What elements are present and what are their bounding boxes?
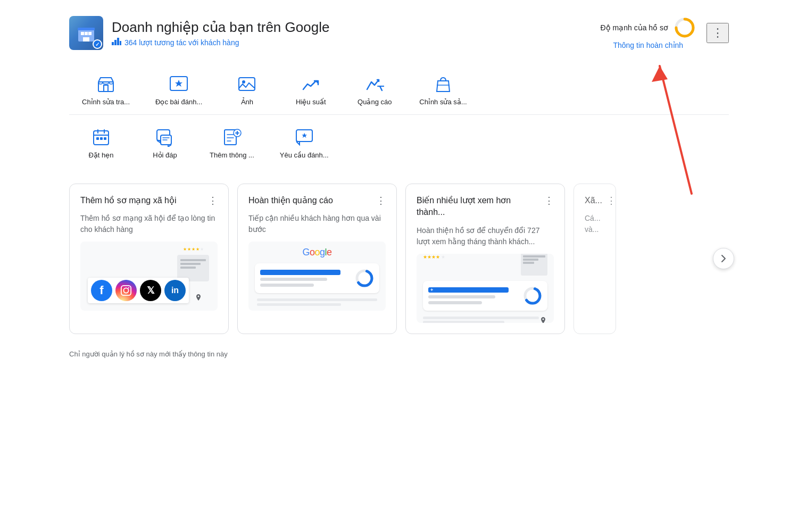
card-desc-ads: Tiếp cận nhiều khách hàng hơn qua vài bư…: [248, 213, 386, 235]
svg-rect-16: [239, 78, 255, 90]
card-illustration-views: ★★★★★ +: [417, 254, 554, 323]
action-appointment[interactable]: Đặt hẹn: [69, 119, 133, 168]
action-read-reviews[interactable]: Đọc bài đánh...: [143, 66, 215, 114]
card-menu-partial[interactable]: ⋮: [606, 195, 616, 206]
linkedin-icon: in: [164, 280, 186, 301]
complete-profile-link[interactable]: Thông tin hoàn chỉnh: [613, 41, 683, 49]
card-title-partial: Xã...: [585, 195, 606, 206]
card-desc-social: Thêm hồ sơ mạng xã hội để tạo lòng tin c…: [80, 213, 218, 235]
calendar-icon: [92, 128, 111, 147]
card-title-ads: Hoàn thiện quảng cáo: [248, 195, 376, 206]
action-photos[interactable]: Ảnh: [215, 66, 279, 114]
svg-rect-8: [117, 38, 119, 45]
svg-point-17: [242, 80, 245, 84]
loading-spinner: [355, 269, 374, 288]
cards-section: Thêm hồ sơ mạng xã hội ⋮ Thêm hồ sơ mạng…: [69, 184, 729, 334]
card-title-views: Biến nhiều lượt xem hơn thành...: [417, 195, 544, 219]
svg-point-42: [123, 288, 128, 293]
chevron-right-icon: [718, 253, 729, 264]
action-label-photos: Ảnh: [241, 98, 253, 106]
interaction-text: 364 lượt tương tác với khách hàng: [124, 38, 239, 47]
svg-rect-5: [78, 28, 95, 30]
action-label-qa: Hỏi đáp: [153, 151, 177, 159]
cards-container: Thêm hồ sơ mạng xã hội ⋮ Thêm hồ sơ mạng…: [69, 184, 729, 334]
svg-rect-7: [114, 40, 117, 45]
chat-icon: [155, 128, 174, 147]
business-header: ✓ Doanh nghiệp của bạn trên Google 364 l…: [69, 16, 729, 50]
svg-rect-4: [83, 37, 89, 41]
business-title: Doanh nghiệp của bạn trên Google: [112, 19, 329, 36]
actions-row-1: Chỉnh sửa tra... Đọc bài đánh...: [69, 66, 729, 114]
svg-rect-1: [81, 32, 84, 35]
action-label-appointment: Đặt hẹn: [88, 151, 113, 159]
header-title-group: Doanh nghiệp của bạn trên Google 364 lượ…: [112, 19, 329, 47]
card-menu-ads[interactable]: ⋮: [376, 195, 386, 206]
action-label-products: Chỉnh sửa sả...: [419, 98, 467, 106]
actions-row-2: Đặt hẹn Hỏi đáp: [69, 119, 729, 168]
action-label-edit: Chỉnh sửa tra...: [82, 98, 130, 106]
svg-rect-2: [85, 32, 88, 35]
footer-note: Chỉ người quản lý hồ sơ này mới thấy thô…: [69, 350, 729, 358]
star-icon: [169, 74, 188, 94]
header-left: ✓ Doanh nghiệp của bạn trên Google 364 l…: [69, 16, 329, 50]
svg-rect-12: [98, 82, 113, 92]
add-note-icon: [222, 128, 242, 147]
actions-row-divider: [69, 114, 729, 115]
card-partial: Xã... ⋮ Cá... và...: [573, 184, 616, 334]
business-avatar: ✓: [69, 16, 103, 50]
trending-up-icon: [301, 74, 320, 94]
action-ads[interactable]: Quảng cáo: [343, 66, 406, 114]
card-desc-views: Hoàn thiện hồ sơ để chuyển đổi 727 lượt …: [417, 225, 554, 247]
shopping-bag-icon: [434, 74, 453, 94]
image-icon: [237, 74, 256, 94]
card-social: Thêm hồ sơ mạng xã hội ⋮ Thêm hồ sơ mạng…: [69, 184, 229, 334]
card-header-ads: Hoàn thiện quảng cáo ⋮: [248, 195, 386, 206]
actions-grid: Chỉnh sửa tra... Đọc bài đánh...: [69, 66, 729, 168]
svg-rect-3: [88, 32, 92, 35]
ads-icon: [365, 74, 384, 94]
action-edit-profile[interactable]: Chỉnh sửa tra...: [69, 66, 143, 114]
action-area: Chỉnh sửa tra... Đọc bài đánh...: [69, 66, 729, 168]
card-menu-social[interactable]: ⋮: [208, 195, 218, 206]
x-icon: 𝕏: [140, 280, 161, 301]
action-edit-products[interactable]: Chỉnh sửa sả...: [406, 66, 479, 114]
action-qa[interactable]: Hỏi đáp: [133, 119, 197, 168]
strength-donut-chart: [674, 16, 696, 39]
action-performance[interactable]: Hiệu suất: [279, 66, 343, 114]
bar-chart-icon: [112, 38, 121, 47]
svg-rect-13: [104, 85, 108, 92]
header-right: Độ mạnh của hồ sơ Thông tin hoàn chỉnh ⋮: [601, 16, 729, 49]
verified-badge: ✓: [93, 39, 102, 49]
loading-spinner-2: [523, 286, 542, 305]
action-request-review[interactable]: Yêu cầu đánh...: [267, 119, 342, 168]
store-icon: [96, 74, 115, 94]
card-ads: Hoàn thiện quảng cáo ⋮ Tiếp cận nhiều kh…: [237, 184, 397, 334]
scroll-right-button[interactable]: [713, 248, 734, 269]
facebook-icon: f: [91, 280, 112, 301]
svg-point-43: [128, 287, 129, 288]
svg-rect-25: [104, 137, 106, 140]
svg-rect-24: [100, 137, 103, 140]
action-label-performance: Hiệu suất: [296, 98, 326, 106]
card-header-views: Biến nhiều lượt xem hơn thành... ⋮: [417, 195, 554, 219]
svg-rect-6: [112, 42, 114, 45]
card-header-social: Thêm hồ sơ mạng xã hội ⋮: [80, 195, 218, 206]
strength-label: Độ mạnh của hồ sơ: [601, 23, 668, 32]
svg-marker-15: [175, 80, 182, 87]
card-desc-partial: Cá... và...: [585, 213, 605, 235]
svg-rect-23: [96, 137, 99, 140]
card-illustration-social: ★ ★ ★ ★ ★: [80, 242, 218, 311]
svg-marker-38: [302, 133, 307, 138]
svg-rect-41: [121, 286, 131, 295]
more-options-button[interactable]: ⋮: [706, 23, 729, 43]
interaction-count: 364 lượt tương tác với khách hàng: [112, 38, 329, 47]
svg-rect-9: [120, 41, 121, 45]
card-views: Biến nhiều lượt xem hơn thành... ⋮ Hoàn …: [405, 184, 565, 334]
action-label-ads: Quảng cáo: [358, 98, 392, 106]
action-add-info[interactable]: Thêm thông ...: [197, 119, 267, 168]
instagram-icon: [115, 280, 137, 301]
rate-review-icon: [295, 128, 314, 147]
card-header-partial: Xã... ⋮: [585, 195, 605, 206]
action-label-add-info: Thêm thông ...: [210, 151, 254, 159]
card-menu-views[interactable]: ⋮: [544, 195, 554, 206]
